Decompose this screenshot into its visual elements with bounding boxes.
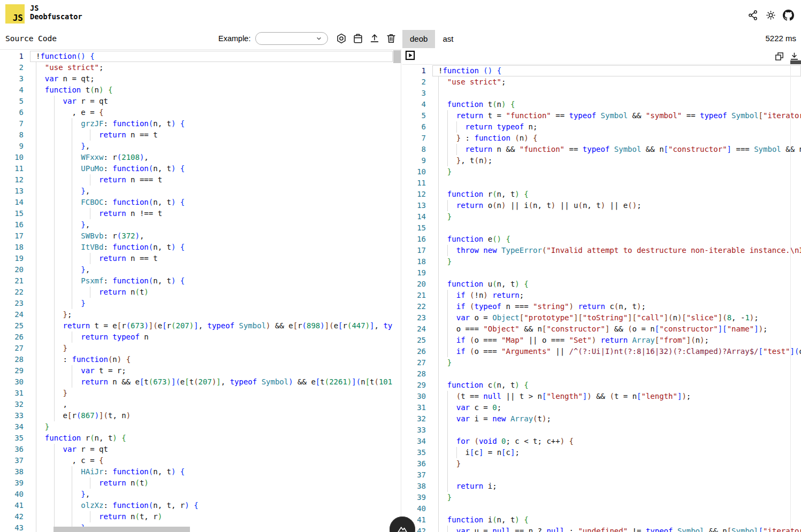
source-code-line[interactable]: 16 },	[0, 219, 393, 230]
output-code-line[interactable]: 16 function e() {	[402, 234, 801, 245]
output-code-line[interactable]: 9 }, t(n);	[402, 155, 801, 166]
source-code-line[interactable]: 6 , e = {	[0, 107, 393, 118]
output-code-line[interactable]: 34 for (void 0; c < t; c++) {	[402, 436, 801, 447]
output-code-line[interactable]: 15	[402, 222, 801, 234]
download-icon[interactable]	[789, 51, 799, 61]
source-code-line[interactable]: 4 function t(n) {	[0, 84, 393, 96]
output-code-line[interactable]: 25 if (o === "Map" || o === "Set") retur…	[402, 335, 801, 346]
output-code-line[interactable]: 1!function () {	[402, 65, 801, 76]
source-code-line[interactable]: 1!function() {	[0, 51, 393, 62]
output-code-line[interactable]: 23 var o = Object["prototype"]["toString…	[402, 312, 801, 323]
output-code-line[interactable]: 4 function t(n) {	[402, 99, 801, 110]
example-select[interactable]	[255, 32, 328, 45]
output-code-line[interactable]: 36 }	[402, 458, 801, 469]
source-code-line[interactable]: 24 };	[0, 309, 393, 320]
theme-sun-icon[interactable]	[765, 10, 776, 21]
output-code-line[interactable]: 5 return t = "function" == typeof Symbol…	[402, 110, 801, 121]
output-code-editor[interactable]: 1!function () {2 "use strict";34 functio…	[402, 64, 801, 532]
output-code-line[interactable]: 33	[402, 425, 801, 436]
output-code-line[interactable]: 40	[402, 503, 801, 514]
source-code-line[interactable]: 30 return n && e[t(673)](e[t(207)], type…	[0, 376, 393, 388]
source-code-editor[interactable]: 1!function() {2 "use strict";3 var n = q…	[0, 49, 401, 532]
output-code-line[interactable]: 22 if (typeof n === "string") return c(n…	[402, 301, 801, 312]
source-code-line[interactable]: 19 return n == t	[0, 253, 393, 264]
output-code-line[interactable]: 27 }	[402, 357, 801, 368]
source-code-line[interactable]: 42 return n(t, r)	[0, 511, 393, 522]
output-code-line[interactable]: 24 o === "Object" && n["constructor"] &&…	[402, 323, 801, 335]
output-code-line[interactable]: 3	[402, 88, 801, 99]
source-code-line[interactable]: 26 return typeof n	[0, 331, 393, 343]
paste-icon[interactable]	[352, 33, 364, 44]
output-code-line[interactable]: 30 (t == null || t > n["length"]) && (t …	[402, 391, 801, 402]
source-code-line[interactable]: 21 Psxmf: function(n, t) {	[0, 275, 393, 287]
source-code-line[interactable]: 40 },	[0, 489, 393, 500]
output-code-line[interactable]: 2 "use strict";	[402, 76, 801, 88]
gear-icon[interactable]	[335, 33, 347, 44]
output-code-line[interactable]: 6 return typeof n;	[402, 121, 801, 133]
tab-ast[interactable]: ast	[435, 30, 461, 48]
source-code-line[interactable]: 37 , c = {	[0, 455, 393, 466]
source-code-line[interactable]: 31 }	[0, 388, 393, 399]
copy-icon[interactable]	[774, 51, 784, 61]
tab-deob[interactable]: deob	[402, 30, 435, 48]
output-code-line[interactable]: 42 var u = null == n ? null : "undefined…	[402, 526, 801, 532]
source-code-line[interactable]: 8 return n == t	[0, 129, 393, 141]
source-code-line[interactable]: 5 var r = qt	[0, 96, 393, 107]
source-code-line[interactable]: 32 ,	[0, 399, 393, 410]
source-code-line[interactable]: 41 olzXz: function(n, t, r) {	[0, 500, 393, 511]
output-code-line[interactable]: 32 var i = new Array(t);	[402, 413, 801, 425]
source-code-line[interactable]: 10 WFxxw: r(2108),	[0, 152, 393, 163]
source-code-line[interactable]: 11 UPuMo: function(n, t) {	[0, 163, 393, 174]
output-code-line[interactable]: 41 function i(n, t) {	[402, 514, 801, 526]
run-play-icon[interactable]	[405, 50, 415, 60]
output-code-line[interactable]: 21 if (!n) return;	[402, 290, 801, 301]
source-code-line[interactable]: 15 return n !== t	[0, 208, 393, 219]
output-code-line[interactable]: 18 }	[402, 256, 801, 267]
output-code-line[interactable]: 13 return o(n) || i(n, t) || u(n, t) || …	[402, 200, 801, 211]
source-code-line[interactable]: 33 e[r(867)](t, n)	[0, 410, 393, 421]
source-code-line[interactable]: 20 },	[0, 264, 393, 275]
source-code-line[interactable]: 28 : function(n) {	[0, 354, 393, 365]
upload-icon[interactable]	[369, 33, 380, 44]
output-code-line[interactable]: 7 } : function (n) {	[402, 133, 801, 144]
output-code-line[interactable]: 31 var c = 0;	[402, 402, 801, 413]
source-code-line[interactable]: 9 },	[0, 141, 393, 152]
output-code-line[interactable]: 11	[402, 178, 801, 189]
source-code-line[interactable]: 38 HAiJr: function(n, t) {	[0, 466, 393, 477]
output-code-line[interactable]: 20 function u(n, t) {	[402, 279, 801, 290]
output-code-line[interactable]: 28	[402, 368, 801, 380]
source-code-line[interactable]: 2 "use strict";	[0, 62, 393, 73]
source-vertical-scrollbar[interactable]	[393, 50, 401, 63]
source-horizontal-scrollbar[interactable]	[54, 527, 190, 532]
output-code-line[interactable]: 29 function c(n, t) {	[402, 380, 801, 391]
output-code-line[interactable]: 14 }	[402, 211, 801, 222]
output-code-line[interactable]: 39 }	[402, 492, 801, 503]
source-code-line[interactable]: 22 return n(t)	[0, 287, 393, 298]
source-code-line[interactable]: 25 return t = e[r(673)](e[r(207)], typeo…	[0, 320, 393, 331]
source-code-line[interactable]: 12 return n === t	[0, 174, 393, 186]
source-code-line[interactable]: 29 var t = r;	[0, 365, 393, 376]
source-code-line[interactable]: 27 }	[0, 343, 393, 354]
source-code-line[interactable]: 36 var r = qt	[0, 444, 393, 455]
output-code-line[interactable]: 12 function r(n, t) {	[402, 189, 801, 200]
source-code-line[interactable]: 7 grzJF: function(n, t) {	[0, 118, 393, 129]
output-code-line[interactable]: 38 return i;	[402, 481, 801, 492]
output-code-line[interactable]: 17 throw new TypeError("Invalid attempt …	[402, 245, 801, 256]
output-code-line[interactable]: 19	[402, 267, 801, 279]
output-code-line[interactable]: 8 return n && "function" == typeof Symbo…	[402, 144, 801, 155]
source-code-line[interactable]: 17 SWBvb: r(372),	[0, 230, 393, 242]
output-code-line[interactable]: 35 i[c] = n[c];	[402, 447, 801, 458]
source-code-line[interactable]: 34 }	[0, 421, 393, 433]
github-icon[interactable]	[783, 10, 794, 21]
share-icon[interactable]	[747, 10, 759, 21]
output-code-line[interactable]: 26 if (o === "Arguments" || /^(?:Ui|I)nt…	[402, 346, 801, 357]
source-code-line[interactable]: 35 function r(n, t) {	[0, 433, 393, 444]
trash-icon[interactable]	[385, 33, 397, 44]
source-code-line[interactable]: 3 var n = qt;	[0, 73, 393, 84]
source-code-line[interactable]: 14 FCBOC: function(n, t) {	[0, 197, 393, 208]
source-code-line[interactable]: 39 return n(t)	[0, 477, 393, 489]
output-code-line[interactable]: 10 }	[402, 166, 801, 178]
source-code-line[interactable]: 13 },	[0, 186, 393, 197]
output-code-line[interactable]: 37	[402, 469, 801, 481]
source-code-line[interactable]: 18 ItVBd: function(n, t) {	[0, 242, 393, 253]
